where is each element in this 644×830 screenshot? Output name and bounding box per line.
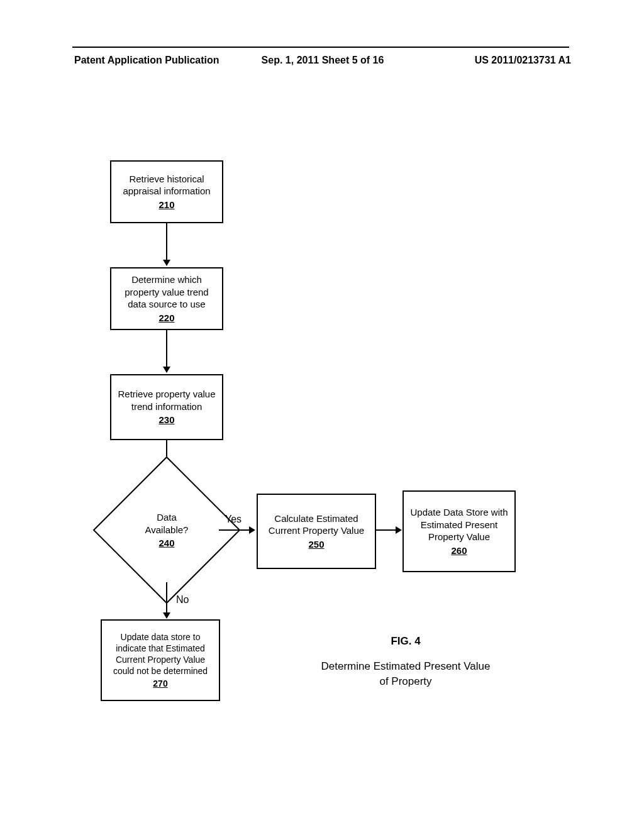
step-box-220: Determine which property value trend dat…: [110, 267, 223, 330]
decision-box-240: Data Available? 240: [114, 478, 219, 582]
header-publication-number: US 2011/0213731 A1: [475, 55, 571, 66]
page-top-rule: [72, 47, 569, 48]
arrow-line: [166, 223, 167, 261]
page-header: Patent Application Publication Sep. 1, 2…: [74, 55, 571, 66]
decision-content: Data Available? 240: [135, 511, 198, 550]
step-text: Update data store to indicate that Estim…: [107, 631, 214, 677]
arrow-line: [166, 330, 167, 368]
arrow-head-down-icon: [163, 612, 170, 619]
arrow-line: [219, 529, 250, 531]
step-box-250: Calculate Estimated Current Property Val…: [257, 494, 376, 569]
arrow-line: [376, 529, 397, 531]
figure-number: FIG. 4: [296, 635, 516, 648]
ref-number: 240: [135, 537, 198, 550]
ref-number: 250: [308, 538, 324, 551]
step-text: Retrieve historical appraisal informatio…: [116, 173, 217, 197]
ref-number: 230: [158, 414, 174, 426]
figure-caption-line1: Determine Estimated Present Value: [296, 659, 516, 674]
figure-label: FIG. 4 Determine Estimated Present Value…: [296, 635, 516, 689]
arrow-head-right-icon: [249, 526, 255, 534]
step-box-230: Retrieve property value trend informatio…: [110, 374, 223, 440]
step-box-270: Update data store to indicate that Estim…: [101, 619, 220, 701]
label-no: No: [176, 594, 189, 606]
decision-text: Data Available?: [135, 511, 198, 536]
ref-number: 210: [158, 199, 174, 211]
step-text: Determine which property value trend dat…: [116, 274, 217, 311]
arrow-head-down-icon: [163, 367, 170, 373]
step-text: Calculate Estimated Current Property Val…: [263, 512, 370, 537]
step-box-210: Retrieve historical appraisal informatio…: [110, 160, 223, 223]
arrow-head-right-icon: [396, 526, 402, 534]
label-yes: Yes: [225, 514, 242, 525]
step-text: Update Data Store with Estimated Present…: [409, 506, 509, 543]
ref-number: 260: [451, 545, 467, 557]
ref-number: 220: [158, 312, 174, 324]
header-publication: Patent Application Publication: [74, 55, 219, 66]
arrow-head-down-icon: [163, 260, 170, 266]
step-text: Retrieve property value trend informatio…: [116, 388, 217, 412]
arrow-line: [166, 582, 167, 614]
ref-number: 270: [153, 678, 167, 689]
header-date-sheet: Sep. 1, 2011 Sheet 5 of 16: [262, 55, 384, 66]
figure-caption-line2: of Property: [296, 674, 516, 689]
step-box-260: Update Data Store with Estimated Present…: [402, 490, 516, 572]
flowchart-diagram: Retrieve historical appraisal informatio…: [101, 160, 541, 707]
